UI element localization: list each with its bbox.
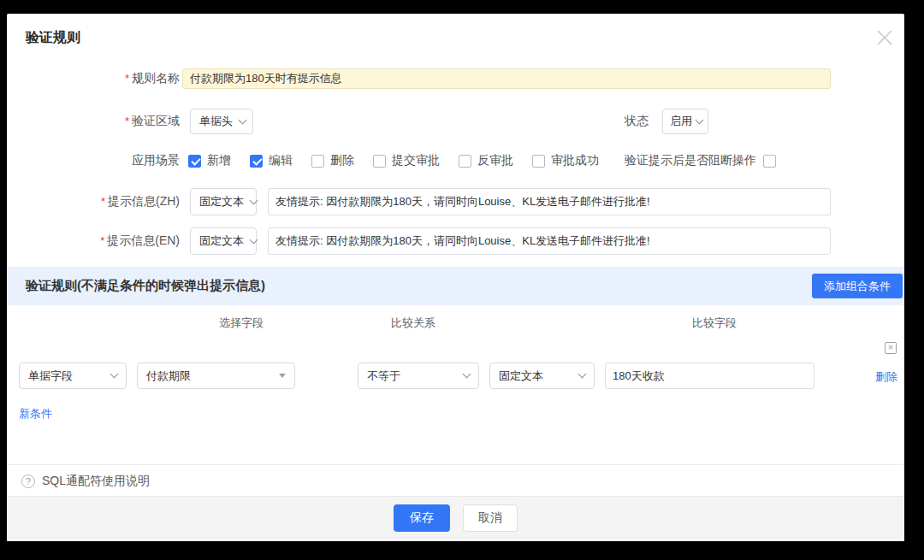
rules-section-title: 验证规则(不满足条件的时候弹出提示信息) xyxy=(26,278,265,294)
checkbox-label: 反审批 xyxy=(477,153,513,168)
checkbox-checked-icon xyxy=(250,155,263,168)
save-button[interactable]: 保存 xyxy=(394,504,450,532)
checkbox-label: 新增 xyxy=(207,153,231,168)
chevron-down-icon xyxy=(250,235,258,244)
triangle-down-icon xyxy=(279,374,286,378)
condition-value-input[interactable] xyxy=(605,363,814,389)
block-operation-group[interactable]: 验证提示后是否阻断操作 xyxy=(625,154,776,168)
checkbox-label: 编辑 xyxy=(269,153,293,168)
dialog-title: 验证规则 xyxy=(26,29,80,47)
validation-area-label: 验证区域 xyxy=(7,114,180,129)
validation-area-label-text: 验证区域 xyxy=(132,114,180,127)
condition-field-select[interactable]: 付款期限 xyxy=(137,363,295,389)
sql-help-text: SQL通配符使用说明 xyxy=(42,474,150,489)
checkbox-edit[interactable]: 编辑 xyxy=(250,153,293,168)
message-zh-input[interactable] xyxy=(268,188,831,215)
condition-row: 单据字段 付款期限 不等于 固定文本 删除 xyxy=(7,363,904,389)
dialog-footer: 保存 取消 xyxy=(7,496,904,541)
chevron-down-icon xyxy=(239,115,247,124)
checkbox-new[interactable]: 新增 xyxy=(188,153,231,168)
column-header-select-field: 选择字段 xyxy=(219,315,264,331)
scenario-label: 应用场景 xyxy=(7,153,180,168)
rule-name-input[interactable] xyxy=(182,68,831,89)
checkbox-checked-icon xyxy=(188,155,201,168)
checkbox-unchecked-icon xyxy=(763,155,776,168)
question-mark-icon xyxy=(21,475,35,488)
status-group: 状态 启用 xyxy=(625,109,708,134)
checkbox-approval-success[interactable]: 审批成功 xyxy=(532,153,599,168)
condition-operator-value: 不等于 xyxy=(367,368,400,384)
message-zh-type-select[interactable]: 固定文本 xyxy=(190,188,257,215)
message-en-input[interactable] xyxy=(268,227,831,255)
chevron-down-icon xyxy=(250,196,258,204)
status-label: 状态 xyxy=(625,114,649,129)
checkbox-label: 删除 xyxy=(330,153,354,168)
message-zh-type-value: 固定文本 xyxy=(199,194,244,209)
checkbox-label: 提交审批 xyxy=(392,153,440,168)
rule-name-row: 规则名称 xyxy=(7,68,831,89)
rule-name-label-text: 规则名称 xyxy=(132,71,180,85)
section-divider xyxy=(7,464,904,465)
checkbox-unchecked-icon xyxy=(311,155,324,168)
condition-source-select[interactable]: 单据字段 xyxy=(19,363,127,389)
validation-area-value: 单据头 xyxy=(199,114,233,129)
delete-condition-link[interactable]: 删除 xyxy=(875,369,897,385)
new-condition-link[interactable]: 新条件 xyxy=(19,406,52,421)
condition-source-value: 单据字段 xyxy=(28,368,73,384)
message-zh-label: 提示信息(ZH) xyxy=(7,194,180,209)
checkbox-unchecked-icon xyxy=(373,155,386,168)
message-en-label: 提示信息(EN) xyxy=(7,233,180,249)
required-asterisk xyxy=(125,114,132,127)
validation-area-row: 验证区域 单据头 xyxy=(7,109,253,134)
condition-value-type-value: 固定文本 xyxy=(499,368,543,384)
message-en-row: 提示信息(EN) 固定文本 xyxy=(7,227,831,255)
scenario-row: 应用场景 新增 编辑 删除 提交审批 反审批 xyxy=(7,154,599,168)
checkbox-label: 审批成功 xyxy=(551,153,599,168)
required-asterisk xyxy=(101,194,108,208)
column-header-compare-field: 比较字段 xyxy=(692,315,737,331)
message-en-label-text: 提示信息(EN) xyxy=(107,233,180,247)
status-value: 启用 xyxy=(670,114,692,129)
chevron-down-icon xyxy=(696,115,704,124)
checkbox-submit-approval[interactable]: 提交审批 xyxy=(373,153,440,168)
message-zh-row: 提示信息(ZH) 固定文本 xyxy=(7,188,831,215)
rule-name-label: 规则名称 xyxy=(7,71,180,86)
chevron-down-icon xyxy=(463,370,471,379)
checkbox-delete[interactable]: 删除 xyxy=(311,153,354,168)
chevron-down-icon xyxy=(110,370,119,379)
column-header-relation: 比较关系 xyxy=(391,315,435,331)
checkbox-reverse-approval[interactable]: 反审批 xyxy=(459,153,513,168)
rules-section-header: 验证规则(不满足条件的时候弹出提示信息) 添加组合条件 xyxy=(7,267,904,305)
status-select[interactable]: 启用 xyxy=(662,109,708,134)
sql-help[interactable]: SQL通配符使用说明 xyxy=(21,474,150,489)
chevron-down-icon xyxy=(578,370,587,379)
cancel-button[interactable]: 取消 xyxy=(463,504,518,532)
message-en-type-select[interactable]: 固定文本 xyxy=(190,227,257,255)
condition-operator-select[interactable]: 不等于 xyxy=(358,363,479,389)
checkbox-unchecked-icon xyxy=(532,155,545,168)
checkbox-unchecked-icon xyxy=(459,155,471,168)
remove-group-icon[interactable] xyxy=(885,342,897,354)
required-asterisk xyxy=(100,233,107,247)
close-icon[interactable] xyxy=(872,25,897,50)
validation-rule-dialog: 验证规则 规则名称 验证区域 单据头 状态 启用 应用场景 新增 xyxy=(7,14,904,541)
message-zh-label-text: 提示信息(ZH) xyxy=(108,194,180,208)
add-combined-condition-button[interactable]: 添加组合条件 xyxy=(812,274,903,298)
validation-area-select[interactable]: 单据头 xyxy=(190,109,253,134)
required-asterisk xyxy=(125,71,132,85)
message-en-type-value: 固定文本 xyxy=(199,233,244,249)
condition-value-type-select[interactable]: 固定文本 xyxy=(489,363,595,389)
condition-field-value: 付款期限 xyxy=(146,368,191,384)
block-operation-label: 验证提示后是否阻断操作 xyxy=(625,153,756,168)
scenario-options: 新增 编辑 删除 提交审批 反审批 审批成功 xyxy=(188,153,599,168)
